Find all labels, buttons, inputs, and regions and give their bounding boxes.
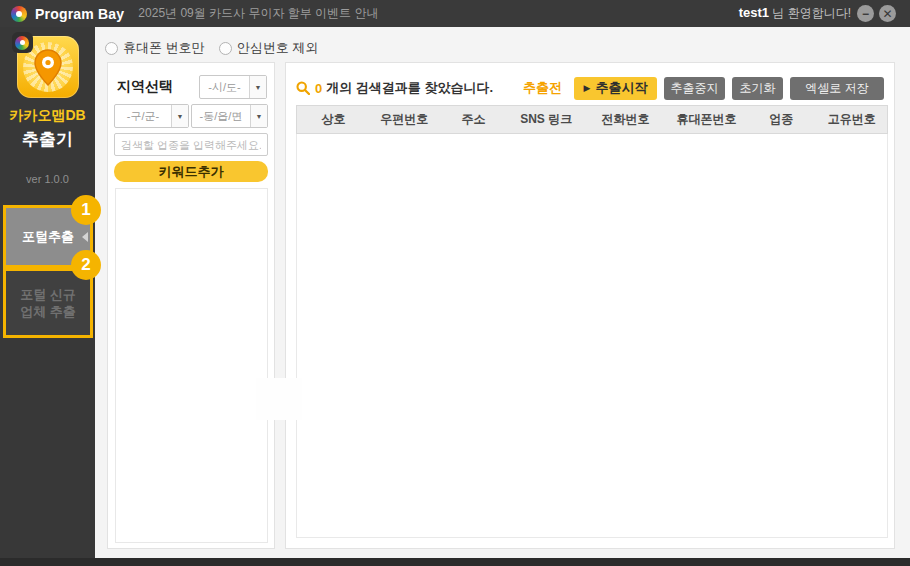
- close-button[interactable]: ✕: [879, 5, 896, 22]
- programbay-logo-icon: [11, 6, 27, 22]
- column-header-name: 상호: [297, 111, 370, 128]
- sido-select[interactable]: -시/도- ▼: [199, 75, 267, 99]
- keyword-list-box[interactable]: [115, 188, 268, 543]
- nav-label-line1: 포털 신규: [20, 286, 76, 303]
- nav-label-line2: 업체 추출: [20, 303, 76, 320]
- dong-select[interactable]: -동/읍/면 ▼: [191, 104, 268, 128]
- add-keyword-button[interactable]: 키워드추가: [114, 161, 268, 182]
- extraction-status-badge: 추출전: [523, 79, 562, 97]
- titlebar: Program Bay 2025년 09월 카드사 무이자 할부 이벤트 안내 …: [0, 0, 910, 27]
- region-select-label: 지역선택: [115, 78, 173, 96]
- redaction-patch: [256, 378, 302, 420]
- filter-radio-row: 휴대폰 번호만 안심번호 제외: [105, 39, 318, 57]
- minimize-icon: −: [862, 7, 869, 19]
- reset-button[interactable]: 초기화: [732, 77, 783, 100]
- gugun-select[interactable]: -구/군- ▼: [114, 104, 189, 128]
- nav-label: 포털추출: [22, 228, 74, 246]
- keyword-input[interactable]: [114, 133, 268, 156]
- column-header-mobile: 휴대폰번호: [667, 111, 747, 128]
- version-label: ver 1.0.0: [0, 173, 95, 185]
- welcome-message: test1 님 환영합니다!: [739, 5, 851, 22]
- radio-label: 안심번호 제외: [237, 39, 319, 57]
- app-title-line2: 추출기: [0, 128, 95, 151]
- annotation-badge-2: 2: [71, 250, 101, 280]
- annotation-badge-1: 1: [71, 195, 101, 225]
- chevron-down-icon: ▼: [171, 105, 188, 127]
- results-status-row: 0 개의 검색결과를 찾았습니다. 추출전 ▶ 추출시작 추출중지 초기화 엑셀…: [296, 76, 884, 100]
- main-content: 휴대폰 번호만 안심번호 제외 지역선택 -시/도- ▼ -구/군- ▼: [95, 27, 910, 558]
- save-excel-button[interactable]: 엑셀로 저장: [790, 77, 884, 100]
- notice-text: 2025년 09월 카드사 무이자 할부 이벤트 안내: [138, 5, 378, 22]
- radio-label: 휴대폰 번호만: [123, 39, 205, 57]
- result-count-text: 개의 검색결과를 찾았습니다.: [326, 79, 493, 97]
- radio-phone-only[interactable]: 휴대폰 번호만: [105, 39, 205, 57]
- column-header-zipcode: 우편번호: [370, 111, 439, 128]
- results-panel: 0 개의 검색결과를 찾았습니다. 추출전 ▶ 추출시작 추출중지 초기화 엑셀…: [285, 62, 895, 549]
- results-table-body[interactable]: [296, 134, 888, 538]
- app-title-line1: 카카오맵DB: [0, 107, 95, 125]
- radio-circle-icon: [219, 42, 232, 55]
- username: test1: [739, 5, 769, 20]
- column-header-address: 주소: [439, 111, 509, 128]
- start-extraction-button[interactable]: ▶ 추출시작: [574, 77, 657, 100]
- column-header-category: 업종: [746, 111, 816, 128]
- play-icon: ▶: [584, 83, 591, 93]
- stop-extraction-button[interactable]: 추출중지: [664, 77, 725, 100]
- result-count: 0: [315, 81, 322, 96]
- programbay-badge-icon: [12, 32, 33, 53]
- chevron-down-icon: ▼: [250, 105, 267, 127]
- bottom-bar: [0, 558, 910, 566]
- column-header-sns-link: SNS 링크: [508, 111, 584, 128]
- region-filter-panel: 지역선택 -시/도- ▼ -구/군- ▼ -동/읍/면 ▼ 키워드추가: [107, 62, 275, 549]
- close-icon: ✕: [882, 7, 892, 19]
- minimize-button[interactable]: −: [857, 5, 874, 22]
- column-header-unique-id: 고유번호: [816, 111, 887, 128]
- brand-name: Program Bay: [35, 6, 124, 22]
- search-icon: [296, 81, 310, 95]
- selected-arrow-icon: [82, 232, 88, 242]
- column-header-phone: 전화번호: [584, 111, 667, 128]
- app-window: Program Bay 2025년 09월 카드사 무이자 할부 이벤트 안내 …: [0, 0, 910, 566]
- map-pin-icon: [34, 49, 62, 87]
- radio-exclude-safe-number[interactable]: 안심번호 제외: [219, 39, 319, 57]
- results-table-header: 상호 우편번호 주소 SNS 링크 전화번호 휴대폰번호 업종 고유번호: [296, 105, 888, 134]
- chevron-down-icon: ▼: [249, 76, 266, 98]
- app-logo-icon: [17, 36, 79, 98]
- radio-circle-icon: [105, 42, 118, 55]
